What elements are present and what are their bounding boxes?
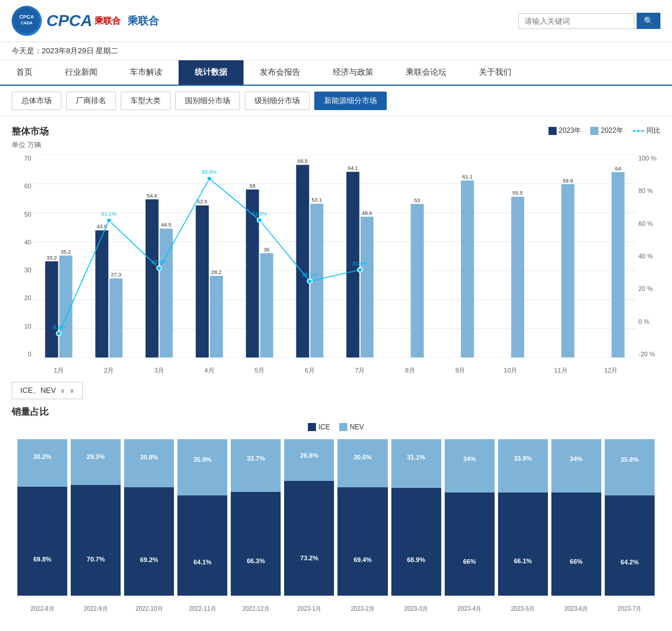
- stacked-bar-7: 31.1%68.9%: [391, 439, 441, 596]
- sub-nav-item-2[interactable]: 车型大类: [121, 92, 170, 110]
- date-text: 今天是：2023年8月29日 星期二: [12, 46, 118, 55]
- y-left-0: 0: [28, 351, 31, 358]
- nev-bar-0: 30.2%: [17, 439, 67, 487]
- ice-label-11: 64.2%: [605, 559, 655, 566]
- y-axis-right: -20 % 0 % 20 % 40 % 60 % 80 % 100 %: [636, 155, 660, 358]
- svg-text:CPCA: CPCA: [19, 14, 34, 20]
- stacked-x-label-11: 2023-7月: [605, 605, 655, 613]
- stacked-bar-1: 29.3%70.7%: [71, 439, 121, 596]
- svg-text:52.5: 52.5: [197, 199, 208, 205]
- main-nav-item-2[interactable]: 车市解读: [114, 60, 179, 85]
- ice-label-5: 73.2%: [284, 555, 334, 561]
- svg-rect-17: [110, 279, 122, 358]
- ice-label-10: 66%: [551, 558, 601, 565]
- svg-text:61.3%: 61.3%: [252, 211, 267, 217]
- svg-text:53.1: 53.1: [312, 198, 322, 203]
- y-right-0: 0 %: [638, 318, 649, 325]
- nev-label-5: 26.8%: [284, 452, 334, 459]
- nev-bar-2: 30.8%: [124, 439, 174, 487]
- ice-label-3: 64.1%: [177, 559, 227, 566]
- svg-text:36: 36: [264, 247, 270, 253]
- y-right-80: 80 %: [638, 187, 653, 194]
- x-label-11: 12月: [586, 366, 636, 375]
- sub-nav-item-5[interactable]: 新能源细分市场: [314, 92, 387, 110]
- main-nav-item-7[interactable]: 关于我们: [463, 60, 528, 85]
- sub-nav-item-4[interactable]: 级别细分市场: [245, 92, 310, 110]
- search-button[interactable]: 🔍: [637, 13, 660, 29]
- nev-label-4: 33.7%: [231, 455, 281, 462]
- stacked-bar-6: 30.6%69.4%: [337, 439, 387, 596]
- x-label-8: 9月: [435, 366, 486, 375]
- main-nav-item-0[interactable]: 首页: [0, 60, 49, 85]
- stacked-x-label-4: 2022-12月: [231, 605, 281, 613]
- main-nav-item-6[interactable]: 乘联会论坛: [390, 60, 463, 85]
- y-right-40: 40 %: [638, 253, 653, 260]
- svg-rect-41: [461, 181, 474, 358]
- chart2-legend: ICE NEV: [12, 423, 660, 431]
- sub-nav-item-3[interactable]: 国别细分市场: [175, 92, 240, 110]
- legend-yoy-label: 同比: [646, 126, 660, 136]
- main-nav: 首页行业新闻车市解读统计数据发布会报告经济与政策乘联会论坛关于我们: [0, 60, 672, 86]
- sub-nav: 总体市场厂商排名车型大类国别细分市场级别细分市场新能源细分市场: [0, 86, 672, 116]
- x-label-2: 3月: [134, 366, 184, 375]
- x-label-3: 4月: [184, 366, 235, 375]
- ice-bar-10: 66%: [551, 493, 601, 596]
- nev-bar-4: 33.7%: [231, 439, 281, 492]
- page-header: CPCA CADA CPCA 乘联合 乘联合 🔍: [0, 0, 672, 42]
- x-label-6: 7月: [335, 366, 385, 375]
- y-left-60: 60: [24, 183, 31, 189]
- legend-2022: 2022年: [590, 126, 623, 136]
- legend-nev: NEV: [339, 423, 364, 431]
- svg-text:54.6: 54.6: [147, 193, 157, 199]
- chart2-title: 销量占比: [12, 406, 660, 418]
- x-label-9: 10月: [485, 366, 536, 375]
- nev-bar-9: 33.9%: [498, 439, 548, 493]
- x-label-1: 2月: [84, 366, 135, 375]
- sub-nav-item-1[interactable]: 厂商排名: [66, 92, 116, 110]
- dropdown-section: ICE、NEV ∨: [12, 382, 660, 399]
- stacked-bar-10: 34%66%: [551, 439, 601, 596]
- sub-nav-item-0[interactable]: 总体市场: [12, 92, 61, 110]
- legend-2023-box: [549, 127, 557, 135]
- svg-text:64.1: 64.1: [348, 166, 358, 172]
- y-left-20: 20: [24, 294, 31, 301]
- svg-text:66.5: 66.5: [297, 159, 308, 165]
- legend-ice-box: [308, 423, 316, 431]
- ice-bar-6: 69.4%: [337, 487, 387, 596]
- ice-bar-7: 68.9%: [391, 488, 441, 596]
- nev-bar-7: 31.1%: [391, 439, 441, 488]
- chart1-title: 整体市场: [12, 126, 49, 138]
- ice-label-1: 70.7%: [71, 556, 121, 563]
- ice-label-9: 66.1%: [498, 557, 548, 564]
- svg-point-65: [307, 279, 312, 283]
- stacked-x-label-7: 2023-3月: [391, 605, 441, 613]
- nev-bar-1: 29.3%: [71, 439, 121, 485]
- svg-rect-39: [411, 204, 423, 358]
- svg-text:25.1%: 25.1%: [302, 272, 317, 278]
- main-nav-item-1[interactable]: 行业新闻: [49, 60, 114, 85]
- search-input[interactable]: [518, 13, 634, 29]
- ice-bar-2: 69.2%: [124, 487, 174, 596]
- main-nav-item-3[interactable]: 统计数据: [179, 60, 244, 85]
- svg-rect-31: [296, 165, 309, 358]
- svg-rect-23: [196, 206, 209, 358]
- logo-icon: CPCA CADA: [12, 6, 42, 36]
- legend-nev-box: [339, 423, 347, 431]
- main-nav-item-4[interactable]: 发布会报告: [244, 60, 317, 85]
- stacked-bar-8: 34%66%: [445, 439, 495, 596]
- legend-2022-label: 2022年: [601, 126, 623, 136]
- ice-bar-3: 64.1%: [177, 495, 227, 596]
- ice-bar-9: 66.1%: [498, 493, 548, 596]
- x-label-4: 5月: [234, 366, 285, 375]
- y-left-40: 40: [24, 239, 31, 246]
- nev-label-11: 35.8%: [605, 456, 655, 463]
- ice-bar-4: 66.3%: [231, 492, 281, 596]
- ice-nev-dropdown[interactable]: ICE、NEV ∨: [12, 382, 83, 399]
- nev-bar-3: 35.9%: [177, 439, 227, 495]
- stacked-bar-4: 33.7%66.3%: [231, 439, 281, 596]
- nev-label-7: 31.1%: [391, 454, 441, 461]
- nev-bar-11: 35.8%: [605, 439, 655, 495]
- main-nav-item-5[interactable]: 经济与政策: [317, 60, 390, 85]
- svg-point-57: [107, 218, 111, 223]
- svg-point-59: [157, 266, 161, 271]
